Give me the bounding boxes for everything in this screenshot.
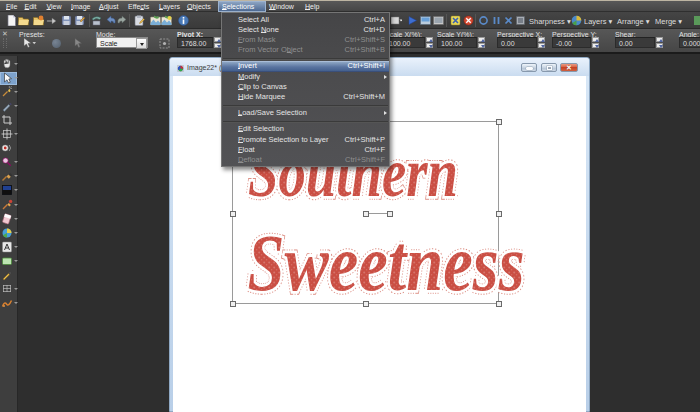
svg-text:Sweetness: Sweetness xyxy=(248,219,525,307)
